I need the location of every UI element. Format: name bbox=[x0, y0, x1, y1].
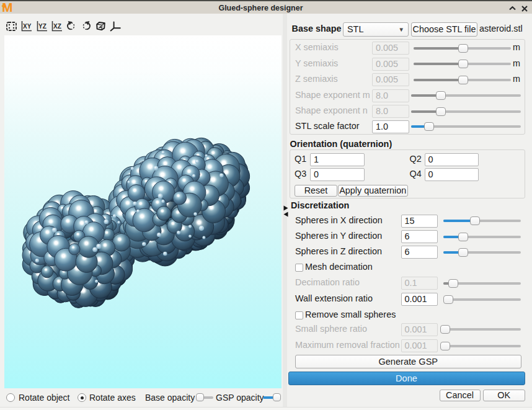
svg-text:XY: XY bbox=[23, 23, 32, 30]
svg-text:YZ: YZ bbox=[38, 23, 47, 30]
svg-text:XZ: XZ bbox=[53, 23, 61, 30]
